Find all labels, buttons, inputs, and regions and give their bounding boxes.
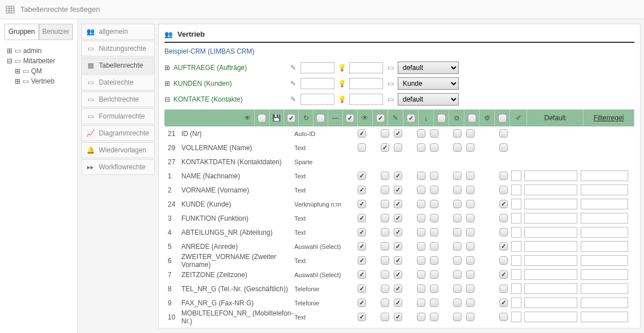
cb-edit[interactable] bbox=[394, 256, 402, 265]
cb-edit[interactable] bbox=[394, 313, 402, 321]
row-input-filter[interactable] bbox=[581, 199, 628, 209]
cb-5[interactable] bbox=[430, 284, 438, 293]
collapse-icon[interactable]: ⊟ bbox=[7, 57, 12, 65]
hdr-copy-icon[interactable]: ⧉ bbox=[449, 109, 464, 126]
cb-view[interactable] bbox=[358, 200, 366, 208]
cb-5[interactable] bbox=[430, 200, 438, 208]
tab-users[interactable]: Benutzer bbox=[39, 24, 73, 40]
cb-7[interactable] bbox=[466, 186, 475, 194]
row-input-short[interactable] bbox=[511, 185, 521, 195]
cb-6[interactable] bbox=[453, 200, 462, 208]
cb-6[interactable] bbox=[453, 284, 462, 293]
hdr-eye-icon[interactable]: 👁 bbox=[358, 109, 373, 126]
entity-select[interactable]: Kunde bbox=[398, 77, 459, 90]
expand-icon[interactable]: ⊞ bbox=[164, 80, 170, 87]
cb-6[interactable] bbox=[453, 186, 462, 194]
row-input-default[interactable] bbox=[524, 255, 577, 266]
row-input-short[interactable] bbox=[511, 283, 521, 294]
cb-4[interactable] bbox=[417, 270, 425, 279]
cb-6[interactable] bbox=[453, 299, 462, 307]
hdr-cb2[interactable] bbox=[284, 109, 299, 126]
nav-nutzungsrechte[interactable]: ▭Nutzungsrechte bbox=[81, 41, 155, 56]
cb-view[interactable] bbox=[358, 313, 366, 321]
cb-7[interactable] bbox=[466, 200, 475, 208]
cb-4[interactable] bbox=[417, 228, 425, 236]
row-input-default[interactable] bbox=[524, 199, 577, 209]
expand-icon[interactable]: ⊞ bbox=[15, 67, 20, 75]
entity-input-1[interactable] bbox=[301, 78, 334, 89]
cb-8[interactable] bbox=[499, 313, 508, 321]
cb-6[interactable] bbox=[453, 270, 462, 279]
cb-8[interactable] bbox=[499, 200, 508, 208]
entity-input-1[interactable] bbox=[301, 62, 334, 73]
cb-6[interactable] bbox=[453, 313, 462, 321]
cb-8[interactable] bbox=[499, 186, 508, 194]
cb-7[interactable] bbox=[466, 228, 475, 236]
row-input-short[interactable] bbox=[511, 199, 521, 209]
tree-item-mitarbeiter[interactable]: ⊟ ▭ Mitarbeiter bbox=[7, 56, 71, 66]
cb-8[interactable] bbox=[499, 270, 508, 279]
cb-5[interactable] bbox=[430, 172, 438, 180]
row-input-default[interactable] bbox=[524, 185, 577, 195]
cb-5[interactable] bbox=[430, 143, 438, 152]
cb-4[interactable] bbox=[417, 313, 425, 321]
row-input-filter[interactable] bbox=[581, 283, 628, 294]
cb-5[interactable] bbox=[430, 270, 438, 279]
row-input-filter[interactable] bbox=[581, 170, 628, 181]
hdr-hide-icon[interactable]: 👁 bbox=[240, 109, 255, 126]
cb-7[interactable] bbox=[466, 242, 475, 251]
cb-2[interactable] bbox=[381, 214, 389, 222]
row-input-filter[interactable] bbox=[581, 255, 628, 266]
cb-8[interactable] bbox=[499, 129, 508, 138]
collapse-icon[interactable]: ⊟ bbox=[164, 95, 170, 103]
cb-view[interactable] bbox=[358, 284, 366, 293]
cb-2[interactable] bbox=[381, 228, 389, 236]
row-input-default[interactable] bbox=[524, 241, 577, 252]
row-input-default[interactable] bbox=[524, 213, 577, 224]
cb-8[interactable] bbox=[499, 284, 508, 293]
cb-edit[interactable] bbox=[394, 299, 402, 307]
nav-allgemein[interactable]: 👥allgemein bbox=[81, 24, 155, 40]
hdr-cb1[interactable] bbox=[255, 109, 269, 126]
cb-view[interactable] bbox=[358, 299, 366, 307]
hdr-cb-gear[interactable] bbox=[495, 109, 510, 126]
cb-2[interactable] bbox=[381, 242, 389, 251]
cb-5[interactable] bbox=[430, 242, 438, 251]
entity-input-2[interactable] bbox=[349, 78, 383, 89]
cb-2[interactable] bbox=[381, 143, 389, 152]
row-input-short[interactable] bbox=[511, 297, 521, 308]
cb-6[interactable] bbox=[453, 228, 462, 236]
hdr-gear-icon[interactable]: ⚙ bbox=[480, 109, 495, 126]
cb-4[interactable] bbox=[417, 186, 425, 194]
hdr-cb-copy[interactable] bbox=[464, 109, 480, 126]
cb-8[interactable] bbox=[499, 143, 508, 152]
entity-input-2[interactable] bbox=[349, 62, 383, 73]
cb-view[interactable] bbox=[358, 172, 366, 180]
cb-5[interactable] bbox=[430, 256, 438, 265]
cb-edit[interactable] bbox=[394, 242, 402, 251]
hdr-filterregel[interactable]: Filterregel bbox=[584, 109, 634, 126]
entity-input-2[interactable] bbox=[349, 94, 383, 105]
hdr-cb3[interactable] bbox=[314, 109, 328, 126]
cb-8[interactable] bbox=[499, 228, 508, 236]
cb-7[interactable] bbox=[466, 299, 475, 307]
cb-4[interactable] bbox=[417, 200, 425, 208]
row-input-filter[interactable] bbox=[581, 241, 628, 252]
pencil-icon[interactable]: ✎ bbox=[289, 80, 297, 87]
bulb-icon[interactable]: 💡 bbox=[338, 80, 346, 87]
bulb-icon[interactable]: 💡 bbox=[338, 95, 346, 103]
hdr-cb-exclaim[interactable] bbox=[434, 109, 449, 126]
form-icon[interactable]: ▭ bbox=[386, 95, 394, 103]
nav-workflowrechte[interactable]: ▸▸Workflowrechte bbox=[81, 159, 155, 175]
tree-item-qm[interactable]: ⊞ ▭ QM bbox=[7, 66, 71, 76]
cb-6[interactable] bbox=[453, 143, 462, 152]
nav-dateirechte[interactable]: ▭Dateirechte bbox=[81, 75, 155, 90]
row-input-default[interactable] bbox=[524, 312, 577, 322]
hdr-pencil-icon[interactable]: ✎ bbox=[388, 109, 403, 126]
cb-4[interactable] bbox=[417, 129, 425, 138]
cb-view[interactable] bbox=[358, 270, 366, 279]
cb-6[interactable] bbox=[453, 129, 462, 138]
cb-2[interactable] bbox=[381, 200, 389, 208]
nav-tabellenrechte[interactable]: ▦Tabellenrechte bbox=[81, 58, 155, 73]
cb-4[interactable] bbox=[417, 214, 425, 222]
